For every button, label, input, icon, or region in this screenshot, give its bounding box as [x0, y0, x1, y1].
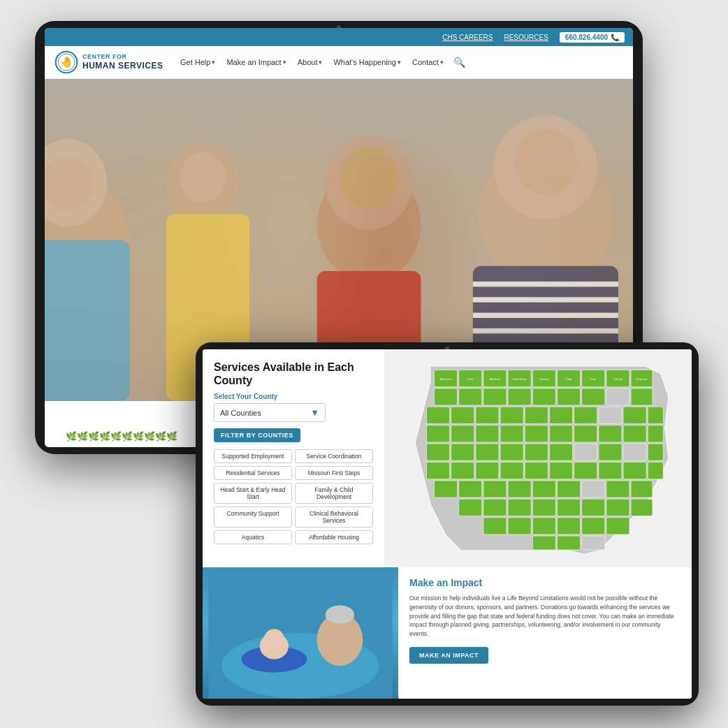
- svg-rect-109: [606, 518, 629, 534]
- svg-rect-38: [435, 388, 458, 405]
- svg-text:Atchison: Atchison: [440, 377, 452, 381]
- svg-rect-98: [508, 499, 531, 516]
- tag-head-start[interactable]: Head Start & Early Head Start: [214, 483, 292, 504]
- tag-aquatics[interactable]: Aquatics: [214, 530, 292, 544]
- resources-link[interactable]: RESOURCES: [504, 34, 548, 41]
- svg-text:Carroll: Carroll: [613, 377, 623, 381]
- tag-service-coordination[interactable]: Service Coordination: [295, 449, 373, 463]
- svg-rect-111: [558, 536, 581, 550]
- svg-rect-106: [532, 518, 555, 534]
- svg-rect-77: [427, 463, 450, 479]
- make-impact-button[interactable]: MAKE AN IMPACT: [409, 647, 488, 664]
- filter-counties-button[interactable]: FILTER BY COUNTIES: [214, 428, 300, 442]
- logo[interactable]: 🤚 CENTER FOR HUMAN SERVICES: [54, 50, 166, 74]
- select-label: Select Your County: [214, 393, 373, 400]
- svg-rect-61: [525, 425, 548, 442]
- tag-missouri-first-steps[interactable]: Missouri First Steps: [295, 466, 373, 480]
- tag-residential-services[interactable]: Residential Services: [214, 466, 292, 480]
- svg-rect-79: [476, 463, 499, 479]
- svg-rect-92: [558, 481, 581, 497]
- svg-rect-54: [599, 407, 622, 423]
- svg-rect-19: [473, 282, 618, 286]
- nav-contact[interactable]: Contact ▾: [408, 55, 448, 69]
- svg-rect-59: [476, 425, 499, 442]
- svg-rect-99: [532, 499, 555, 516]
- svg-rect-105: [508, 518, 531, 534]
- svg-rect-110: [532, 536, 555, 550]
- nav-get-help[interactable]: Get Help ▾: [176, 55, 219, 69]
- tag-family-child-development[interactable]: Family & Child Development: [295, 483, 373, 504]
- svg-rect-107: [558, 518, 581, 534]
- svg-rect-100: [558, 499, 581, 516]
- svg-rect-21: [473, 313, 618, 318]
- tag-community-support[interactable]: Community Support: [214, 507, 292, 527]
- svg-point-26: [340, 147, 398, 209]
- nav-make-impact[interactable]: Make an Impact ▾: [222, 55, 290, 69]
- logo-text: CENTER FOR HUMAN SERVICES: [82, 53, 163, 71]
- logo-icon: 🤚: [54, 50, 78, 74]
- missouri-map-svg: Atchison Holt Andrew Buchanan Clinton Cl…: [384, 349, 692, 567]
- svg-text:Clinton: Clinton: [539, 377, 549, 381]
- chevron-down-icon: ▾: [212, 59, 215, 66]
- make-impact-panel: Make an Impact Our mission to help indiv…: [398, 567, 692, 699]
- chevron-down-icon: ▾: [440, 59, 444, 66]
- svg-text:Clay: Clay: [566, 377, 573, 381]
- svg-rect-87: [435, 481, 458, 497]
- svg-rect-22: [473, 328, 618, 333]
- bottom-section: Make an Impact Our mission to help indiv…: [203, 567, 692, 699]
- svg-point-25: [180, 153, 225, 203]
- svg-rect-81: [525, 463, 548, 479]
- svg-rect-52: [550, 407, 573, 423]
- svg-rect-72: [550, 444, 573, 460]
- svg-point-27: [514, 129, 576, 195]
- services-map[interactable]: Atchison Holt Andrew Buchanan Clinton Cl…: [384, 349, 692, 567]
- search-icon[interactable]: 🔍: [453, 57, 465, 68]
- county-select[interactable]: All Counties ▼: [214, 403, 326, 422]
- svg-rect-48: [451, 407, 474, 423]
- svg-rect-46: [631, 388, 653, 405]
- tag-supported-employment[interactable]: Supported Employment: [214, 449, 292, 463]
- svg-rect-86: [648, 463, 663, 479]
- tag-affordable-housing[interactable]: Affordable Housing: [295, 530, 373, 544]
- svg-rect-90: [508, 481, 531, 497]
- nav-links: Get Help ▾ Make an Impact ▾ About ▾ What…: [176, 55, 623, 69]
- chs-careers-link[interactable]: CHS CAREERS: [442, 34, 493, 41]
- svg-rect-50: [500, 407, 523, 423]
- svg-rect-68: [451, 444, 474, 460]
- svg-rect-71: [525, 444, 548, 460]
- svg-rect-44: [582, 388, 605, 405]
- svg-rect-93: [582, 481, 605, 497]
- svg-rect-40: [483, 388, 507, 405]
- nav-whats-happening[interactable]: What's Happening ▾: [329, 55, 405, 69]
- svg-rect-103: [631, 499, 653, 516]
- svg-rect-39: [459, 388, 482, 405]
- svg-rect-41: [508, 388, 531, 405]
- svg-rect-102: [606, 499, 629, 516]
- svg-rect-47: [427, 407, 450, 423]
- svg-rect-66: [648, 425, 663, 442]
- svg-rect-101: [582, 499, 605, 516]
- svg-rect-84: [599, 463, 622, 479]
- svg-point-129: [326, 606, 354, 624]
- svg-rect-43: [558, 388, 581, 405]
- chevron-down-icon: ▾: [319, 59, 322, 66]
- svg-text:Ray: Ray: [590, 377, 597, 381]
- svg-rect-62: [550, 425, 573, 442]
- top-bar: CHS CAREERS RESOURCES 660.826.4400 📞: [45, 28, 633, 46]
- svg-rect-88: [459, 481, 482, 497]
- svg-text:🤚: 🤚: [60, 55, 74, 68]
- hand-icons-left: 🌿🌿🌿🌿🌿🌿🌿🌿🌿🌿: [66, 431, 177, 442]
- svg-rect-94: [606, 481, 629, 497]
- svg-rect-97: [483, 499, 507, 516]
- svg-rect-96: [459, 499, 482, 516]
- nav-about[interactable]: About ▾: [293, 55, 327, 69]
- svg-rect-76: [648, 444, 663, 460]
- services-title: Services Available in Each County: [214, 361, 373, 387]
- svg-rect-49: [476, 407, 499, 423]
- tablet-small: Services Available in Each County Select…: [196, 342, 699, 706]
- phone-icon: 📞: [611, 34, 619, 41]
- svg-rect-10: [45, 240, 130, 402]
- tag-clinical-behavioral[interactable]: Clinical Behavioral Services: [295, 507, 373, 527]
- impact-text: Our mission to help individuals live a L…: [409, 594, 680, 639]
- svg-rect-57: [427, 425, 450, 442]
